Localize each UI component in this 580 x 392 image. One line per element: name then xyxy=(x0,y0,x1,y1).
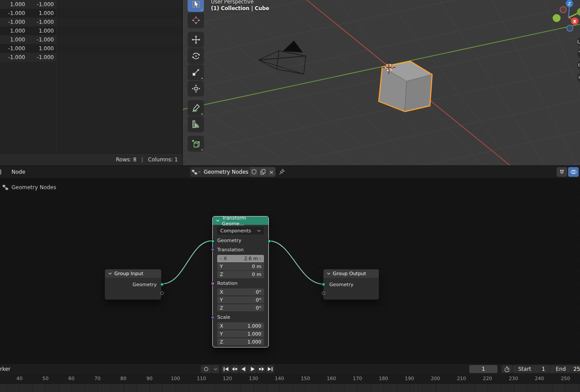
rotate-tool-button[interactable] xyxy=(188,48,204,64)
editor-type-button-partial[interactable] xyxy=(0,169,1,175)
collapse-chevron-icon[interactable] xyxy=(108,272,112,275)
play-reverse-button[interactable] xyxy=(239,365,248,373)
transform-geometry-node[interactable]: Transform Geome... Components Geometry T… xyxy=(212,216,269,347)
cursor-tool-button[interactable] xyxy=(188,12,204,28)
gizmo-x-label: X xyxy=(573,19,576,24)
new-copy-button[interactable] xyxy=(258,167,267,177)
rotation-x-field[interactable]: X 0° xyxy=(217,288,264,295)
field-label: Z xyxy=(220,272,223,277)
spreadsheet-row: 1.000-1.000 xyxy=(0,0,182,9)
measure-tool-button[interactable] xyxy=(188,116,204,132)
geometry-input-socket[interactable] xyxy=(322,283,325,286)
gizmo-z-neg-ball[interactable] xyxy=(567,25,573,31)
marker-menu-truncated[interactable]: rker xyxy=(0,364,11,374)
geometry-output-socket[interactable] xyxy=(160,283,164,286)
fake-user-button[interactable] xyxy=(249,167,258,177)
rotation-input-socket[interactable] xyxy=(211,282,215,285)
field-value: 2.6 m xyxy=(244,256,258,261)
virtual-input-socket[interactable] xyxy=(322,291,325,295)
scale-y-field[interactable]: Y 1.000 xyxy=(217,330,264,337)
field-value: 1.000 xyxy=(248,339,262,345)
jump-to-start-button[interactable] xyxy=(222,365,230,373)
current-frame-field[interactable]: 1 xyxy=(469,365,497,373)
gizmo-y-neg-ball[interactable] xyxy=(577,8,580,16)
spreadsheet-row: -1.000-1.000 xyxy=(0,18,182,26)
auto-keying-button[interactable] xyxy=(201,365,211,373)
spreadsheet-rows[interactable]: 1.000-1.000-1.0001.000-1.000-1.0001.0001… xyxy=(0,0,182,153)
axis-gizmo[interactable]: Z X xyxy=(553,0,580,31)
rotation-y-field[interactable]: Y 0° xyxy=(217,296,264,303)
increment-arrow[interactable]: › xyxy=(260,255,261,262)
nodetree-name-field[interactable]: Geometry Nodes xyxy=(202,167,249,177)
viewport-3d[interactable]: Z X User Perspective (1) Collection | Cu… xyxy=(183,0,580,165)
group-output-header[interactable]: Group Output xyxy=(324,269,379,278)
snap-button[interactable] xyxy=(557,167,567,177)
use-preview-range-button[interactable] xyxy=(501,365,512,373)
auto-keying-dropdown[interactable] xyxy=(212,365,219,373)
spreadsheet-cell: -1.000 xyxy=(0,18,25,26)
end-label: End xyxy=(556,366,566,372)
move-tool-button[interactable] xyxy=(188,32,204,48)
transform-node-header[interactable]: Transform Geome... xyxy=(213,217,268,225)
geometry-output-label: Geometry xyxy=(109,281,157,288)
decrement-arrow[interactable]: ‹ xyxy=(220,255,222,262)
annotate-tool-button[interactable] xyxy=(188,100,204,116)
timeline-header: rker xyxy=(0,364,580,374)
chevron-down-icon xyxy=(257,229,261,232)
jump-to-end-button[interactable] xyxy=(266,365,274,373)
node-menu[interactable]: Node xyxy=(9,166,28,178)
cube-object[interactable] xyxy=(379,61,432,112)
overlays-toggle-button[interactable] xyxy=(568,167,579,177)
active-object-label: (1) Collection | Cube xyxy=(211,5,269,11)
virtual-output-socket[interactable] xyxy=(160,291,164,295)
link-input-to-transform[interactable] xyxy=(162,241,212,284)
translation-z-field[interactable]: Z 0 m xyxy=(217,271,264,278)
translation-input-socket[interactable] xyxy=(211,248,215,251)
components-dropdown[interactable]: Components xyxy=(217,227,264,235)
frame-end-field[interactable]: End 250 xyxy=(550,365,580,373)
add-cube-tool-button[interactable] xyxy=(188,136,204,152)
end-value: 250 xyxy=(573,366,580,372)
timeline-ruler[interactable]: 4050607080901001101201301401501601701801… xyxy=(0,374,580,384)
field-value: 1.000 xyxy=(248,331,262,337)
previous-keyframe-button[interactable] xyxy=(230,365,239,373)
browse-nodetree-button[interactable] xyxy=(190,167,202,177)
gizmo-x-neg-ball[interactable] xyxy=(560,7,566,13)
group-input-node[interactable]: Group Input Geometry xyxy=(105,269,162,300)
next-keyframe-button[interactable] xyxy=(257,365,265,373)
collapse-chevron-icon[interactable] xyxy=(216,219,220,222)
ruler-tick-label: 110 xyxy=(197,376,206,381)
scale-tool-button[interactable] xyxy=(188,64,204,80)
ruler-tick-label: 250 xyxy=(561,376,570,381)
geometry-output-socket[interactable] xyxy=(267,239,271,243)
select-box-tool-button[interactable] xyxy=(188,0,204,12)
spreadsheet-row: -1.0001.000 xyxy=(0,9,182,18)
node-editor-header: Node Geometry Nodes xyxy=(0,166,580,179)
translation-y-field[interactable]: Y 0 m xyxy=(217,263,264,270)
gizmo-y-ball[interactable] xyxy=(553,14,561,22)
pin-button[interactable] xyxy=(279,168,285,175)
next-keyframe-icon xyxy=(258,366,265,372)
viewport-scene[interactable]: Z X xyxy=(183,0,580,165)
scale-icon xyxy=(191,67,201,77)
spreadsheet-cell: -1.000 xyxy=(0,44,25,53)
timeline-track-area[interactable] xyxy=(0,384,580,392)
transform-tool-button[interactable] xyxy=(188,81,204,97)
translation-x-field[interactable]: ‹ X 2.6 m › xyxy=(217,255,264,262)
play-button[interactable] xyxy=(248,365,256,373)
pan-button[interactable] xyxy=(577,48,580,59)
scale-input-socket[interactable] xyxy=(211,316,215,319)
group-input-header[interactable]: Group Input xyxy=(105,269,161,278)
viewport-nav-buttons[interactable] xyxy=(577,36,580,83)
collapse-chevron-icon[interactable] xyxy=(327,272,331,275)
scale-x-field[interactable]: X 1.000 xyxy=(217,322,264,329)
geometry-input-socket[interactable] xyxy=(211,239,215,243)
link-transform-to-output[interactable] xyxy=(269,241,323,284)
unlink-button[interactable]: × xyxy=(267,167,275,177)
node-canvas[interactable]: Geometry Nodes Group Input Geometry xyxy=(0,178,580,363)
group-output-node[interactable]: Group Output Geometry xyxy=(323,269,379,300)
rotation-label: Rotation xyxy=(217,280,264,287)
rotation-z-field[interactable]: Z 0° xyxy=(217,304,264,311)
frame-start-field[interactable]: Start 1 xyxy=(512,365,550,373)
scale-z-field[interactable]: Z 1.000 xyxy=(217,338,264,345)
